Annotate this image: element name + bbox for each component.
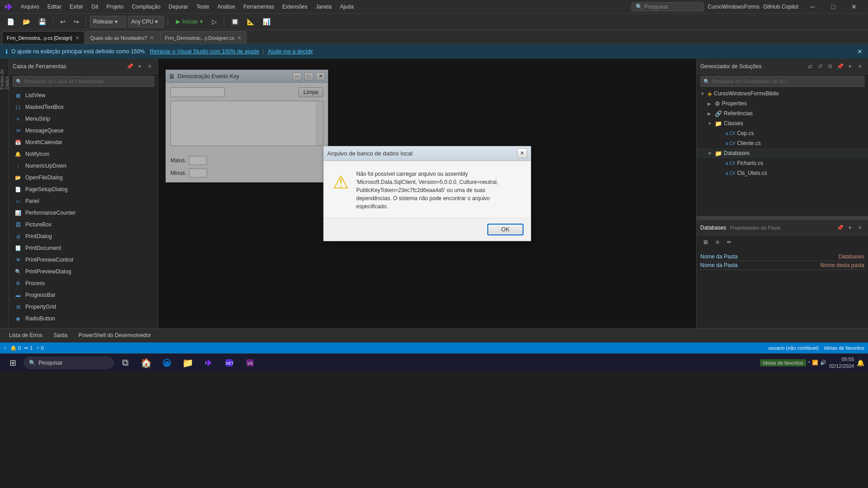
tree-item-cep[interactable]: a C# Cep.cs	[697, 128, 868, 138]
menu-teste[interactable]: Teste	[193, 2, 213, 12]
bottom-tab-output[interactable]: Saída	[48, 330, 73, 341]
solution-search-bar[interactable]: 🔍 Pesquisar em Gerenciador de So...	[700, 76, 864, 87]
tab-novidades[interactable]: Quais são as Novidades? ✕	[85, 31, 159, 44]
new-file-button[interactable]: 📄	[4, 16, 18, 28]
toolbox-item-listview[interactable]: ▦ ListView	[9, 89, 158, 101]
tree-item-solution[interactable]: ▼ ◈ CursoWindowsFormsBiblio	[697, 89, 868, 99]
toolbox-item-process[interactable]: ⚙ Process	[9, 277, 158, 289]
toolbox-item-printpreviewcontrol[interactable]: 👁 PrintPreviewControl	[9, 254, 158, 266]
modal-close-button[interactable]: ✕	[517, 148, 527, 158]
tab-design-close[interactable]: ✕	[75, 35, 80, 41]
toolbox-item-propertygrid[interactable]: ⊞ PropertyGrid	[9, 301, 158, 313]
toolbox-item-panel[interactable]: ▭ Panel	[9, 195, 158, 207]
prop-pen-btn[interactable]: ✏	[724, 237, 735, 247]
toolbox-item-notifyicon[interactable]: 🔔 NotifyIcon	[9, 148, 158, 160]
toolbox-item-picturebox[interactable]: 🖼 PictureBox	[9, 219, 158, 230]
menu-exibir[interactable]: Exibir	[66, 2, 87, 12]
taskbar-app-explorer[interactable]: 📁	[178, 355, 197, 371]
menu-arquivo[interactable]: Arquivo	[17, 2, 43, 12]
taskbar-notification-label[interactable]: Ideias de favoritos	[760, 359, 806, 366]
toolbox-search-bar[interactable]: 🔍 Pesquisar na Caixa de Ferramentas	[13, 76, 154, 87]
toolbox-item-menustrip[interactable]: ≡ MenuStrip	[9, 113, 158, 125]
prop-sort-btn[interactable]: ≡	[712, 237, 723, 247]
toolbox-item-richtextbox[interactable]: T RichTextBox	[9, 324, 158, 328]
properties-menu-btn[interactable]: ▾	[845, 223, 854, 232]
tree-item-fichario[interactable]: a C# Fichario.cs	[697, 158, 868, 168]
menu-extensoes[interactable]: Extensões	[278, 2, 311, 12]
tree-item-classes[interactable]: ▼ 📁 Classes	[697, 118, 868, 128]
toolbox-close-button[interactable]: ✕	[145, 62, 154, 71]
menu-analise[interactable]: Análise	[214, 2, 239, 12]
taskbar-volume-icon[interactable]: 🔊	[820, 360, 826, 366]
menu-ferramentas[interactable]: Ferramentas	[240, 2, 278, 12]
toolbox-item-performancecounter[interactable]: 📊 PerformanceCounter	[9, 207, 158, 219]
menu-janela[interactable]: Janela	[312, 2, 335, 12]
minimize-button[interactable]: ─	[802, 0, 823, 14]
toolbox-item-printdocument[interactable]: 📃 PrintDocument	[9, 242, 158, 254]
prop-grid-btn[interactable]: ⊞	[700, 237, 711, 247]
solution-sync-btn[interactable]: ⇄	[806, 62, 815, 71]
taskbar-app-edge[interactable]	[157, 355, 176, 371]
toolbox-item-messagequeue[interactable]: ✉ MessageQueue	[9, 125, 158, 136]
redo-button[interactable]: ↪	[71, 16, 82, 28]
tree-item-cliente[interactable]: a C# Cliente.cs	[697, 138, 868, 148]
menu-ajuda[interactable]: Ajuda	[336, 2, 358, 12]
notification-link-2[interactable]: Ajude-me a decidir	[268, 48, 313, 55]
toolbox-item-monthcalendar[interactable]: 📅 MonthCalendar	[9, 136, 158, 148]
toolbox-item-maskedtextbox[interactable]: (.) MaskedTextBox	[9, 101, 158, 113]
taskbar-start-button[interactable]: ⊞	[4, 356, 22, 370]
taskbar-search-bar[interactable]: 🔍 Pesquisar	[24, 357, 114, 369]
taskbar-app-vs[interactable]	[199, 355, 218, 371]
start-button[interactable]: ▶ Iniciar ▾	[172, 16, 207, 28]
github-copilot-label[interactable]: GitHub Copilot	[763, 4, 798, 10]
solution-settings-btn[interactable]: ⚙	[826, 62, 835, 71]
taskbar-multitask-btn[interactable]: ⧉	[116, 355, 135, 371]
taskbar-clock[interactable]: 09:55 02/12/2024	[829, 356, 854, 369]
solution-menu-btn[interactable]: ▾	[845, 62, 854, 71]
notification-link-1[interactable]: Reiniciar o Visual Studio com 100% de aj…	[150, 48, 259, 55]
tree-item-properties[interactable]: ▶ ⚙ Properties	[697, 99, 868, 108]
taskbar-notification-bell[interactable]: 🔔	[857, 359, 864, 366]
toolbox-item-pagesetupdialog[interactable]: 📄 PageSetupDialog	[9, 183, 158, 195]
tab-design[interactable]: Frm_Demostra...y.cs [Design] ✕	[2, 31, 85, 44]
toolbox-item-progressbar[interactable]: ▬ ProgressBar	[9, 289, 158, 301]
menu-editar[interactable]: Editar	[44, 2, 65, 12]
taskbar-arrow-up-icon[interactable]: ^	[808, 360, 810, 366]
undo-button[interactable]: ↩	[57, 16, 69, 28]
toolbar-misc-2[interactable]: 📐	[244, 16, 258, 28]
left-strip-data-sources[interactable]: Fontes de Dados	[1, 62, 8, 89]
taskbar-app-fireplace[interactable]: 🏠	[137, 355, 156, 371]
tab-designer-cs-close[interactable]: ✕	[237, 35, 241, 41]
properties-pin-btn[interactable]: 📌	[835, 223, 844, 232]
menu-depurar[interactable]: Depurar	[165, 2, 192, 12]
taskbar-app-dotnet[interactable]: .NET	[220, 355, 239, 371]
save-button[interactable]: 💾	[35, 16, 49, 28]
start-without-debug[interactable]: ▷	[209, 16, 220, 28]
tab-designer-cs[interactable]: Frm_Demostrac...y.Designer.cs ✕	[160, 31, 246, 44]
toolbox-item-numericupdown[interactable]: ↕ NumericUpDown	[9, 160, 158, 172]
solution-pin-btn[interactable]: 📌	[835, 62, 844, 71]
toolbox-pin-button[interactable]: 📌	[125, 62, 134, 71]
toolbar-misc-3[interactable]: 📊	[259, 16, 274, 28]
taskbar-network-icon[interactable]: 📶	[812, 360, 818, 366]
tree-item-databases[interactable]: ▼ 📁 Databases	[697, 148, 868, 158]
bottom-tab-powershell[interactable]: PowerShell do Desenvolvedor	[73, 330, 156, 341]
notification-close-button[interactable]: ✕	[857, 48, 863, 55]
menu-git[interactable]: Git	[88, 2, 102, 12]
menu-compilacao[interactable]: Compilação	[128, 2, 164, 12]
close-button[interactable]: ✕	[844, 0, 864, 14]
global-search-bar[interactable]: 🔍 Pesquisar	[632, 2, 704, 11]
tree-item-clsuteis[interactable]: a C# Cls_Uteis.cs	[697, 168, 868, 178]
open-file-button[interactable]: 📂	[19, 16, 33, 28]
toolbox-item-radiobutton[interactable]: ◉ RadioButton	[9, 313, 158, 324]
taskbar-app-purple[interactable]: VS	[241, 355, 259, 371]
configuration-dropdown[interactable]: Release ▾	[90, 16, 126, 28]
platform-dropdown[interactable]: Any CPU ▾	[128, 16, 164, 28]
toolbox-item-openfiledialog[interactable]: 📂 OpenFileDialog	[9, 172, 158, 183]
toolbox-item-printpreviewdialog[interactable]: 🔍 PrintPreviewDialog	[9, 266, 158, 277]
menu-projeto[interactable]: Projeto	[103, 2, 127, 12]
solution-refresh-btn[interactable]: ↺	[816, 62, 825, 71]
solution-close-btn[interactable]: ✕	[855, 62, 864, 71]
tab-novidades-close[interactable]: ✕	[150, 35, 154, 41]
bottom-tab-errors[interactable]: Lista de Erros	[4, 330, 48, 341]
